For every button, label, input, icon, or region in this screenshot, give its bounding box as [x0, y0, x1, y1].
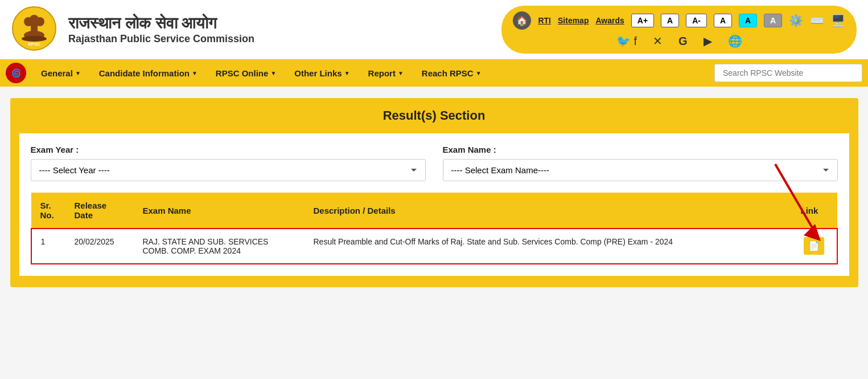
nav-report-arrow: ▼	[398, 70, 404, 76]
nav-general[interactable]: General ▼	[32, 62, 90, 85]
main-content: Result(s) Section Exam Year : ---- Selec…	[0, 87, 868, 299]
nav-other-links[interactable]: Other Links ▼	[285, 62, 359, 85]
keyboard-icon[interactable]: ⌨️	[810, 14, 824, 27]
font-larger-button[interactable]: A+	[631, 14, 654, 27]
svg-point-5	[30, 15, 39, 24]
site-header: RPSC राजस्थान लोक सेवा आयोग Rajasthan Pu…	[0, 0, 868, 59]
nav-reach-arrow: ▼	[476, 70, 482, 76]
nav-report[interactable]: Report ▼	[359, 62, 413, 85]
settings-icon[interactable]: ⚙️	[789, 14, 803, 27]
cell-description: Result Preamble and Cut-Off Marks of Raj…	[305, 229, 792, 264]
svg-text:RPSC: RPSC	[28, 42, 40, 47]
hindi-title: राजस्थान लोक सेवा आयोग	[68, 14, 490, 33]
nav-rpsc-arrow: ▼	[270, 70, 276, 76]
results-table: Sr.No. ReleaseDate Exam Name Description…	[31, 193, 838, 264]
navbar-search-container	[714, 64, 862, 82]
nav-other-arrow: ▼	[344, 70, 350, 76]
exam-year-select[interactable]: ---- Select Year ----	[31, 159, 426, 181]
globe-icon[interactable]: 🌐	[728, 34, 742, 48]
col-header-description: Description / Details	[305, 193, 792, 229]
nav-reach-rpsc[interactable]: Reach RPSC ▼	[413, 62, 491, 85]
english-title: Rajasthan Public Service Commission	[68, 33, 490, 45]
sitemap-link[interactable]: Sitemap	[558, 16, 589, 25]
cell-release-date: 20/02/2025	[65, 229, 134, 264]
home-icon[interactable]: 🏠	[513, 11, 531, 30]
nav-rpsc-online[interactable]: RPSC Online ▼	[207, 62, 285, 85]
exam-year-label: Exam Year :	[31, 145, 426, 154]
google-icon[interactable]: G	[678, 35, 688, 48]
results-body: Exam Year : ---- Select Year ---- Exam N…	[19, 133, 849, 276]
theme-gray-button[interactable]: A	[764, 14, 782, 27]
table-header-row: Sr.No. ReleaseDate Exam Name Description…	[31, 193, 837, 229]
font-normal-button[interactable]: A	[661, 14, 679, 27]
awards-link[interactable]: Awards	[595, 16, 624, 25]
facebook-icon[interactable]: 🐦 f	[616, 34, 637, 48]
col-header-sr-no: Sr.No.	[31, 193, 65, 229]
monitor-icon[interactable]: 🖥️	[831, 14, 845, 27]
rti-link[interactable]: RTI	[538, 16, 551, 25]
filter-row: Exam Year : ---- Select Year ---- Exam N…	[31, 145, 838, 181]
youtube-icon[interactable]: ▶	[704, 34, 712, 48]
exam-year-group: Exam Year : ---- Select Year ----	[31, 145, 426, 181]
site-title: राजस्थान लोक सेवा आयोग Rajasthan Public …	[68, 14, 490, 45]
svg-point-6	[22, 36, 47, 42]
svg-line-8	[775, 164, 815, 233]
twitter-x-icon[interactable]: ✕	[653, 34, 663, 48]
nav-general-arrow: ▼	[75, 70, 81, 76]
nav-candidate-arrow: ▼	[192, 70, 198, 76]
results-section: Result(s) Section Exam Year : ---- Selec…	[10, 98, 858, 287]
search-input[interactable]	[714, 64, 862, 82]
site-logo: RPSC	[11, 6, 57, 54]
exam-name-label: Exam Name :	[443, 145, 838, 154]
table-row: 1 20/02/2025 RAJ. STATE AND SUB. SERVICE…	[31, 229, 837, 264]
col-header-release-date: ReleaseDate	[65, 193, 134, 229]
navbar-logo: 🌀	[6, 63, 26, 83]
theme-cyan-button[interactable]: A	[739, 14, 757, 27]
results-section-title: Result(s) Section	[10, 98, 858, 133]
cell-sr-no: 1	[31, 229, 65, 264]
main-navbar: 🌀 General ▼ Candidate Information ▼ RPSC…	[0, 59, 868, 87]
header-controls: 🏠 RTI Sitemap Awards A+ A A- A A A ⚙️ ⌨️…	[501, 6, 857, 54]
red-arrow-annotation	[747, 158, 826, 250]
nav-candidate-information[interactable]: Candidate Information ▼	[90, 62, 207, 85]
theme-white-button[interactable]: A	[714, 14, 732, 27]
font-smaller-button[interactable]: A-	[686, 14, 707, 27]
col-header-exam-name: Exam Name	[134, 193, 305, 229]
cell-exam-name: RAJ. STATE AND SUB. SERVICES COMB. COMP.…	[134, 229, 305, 264]
